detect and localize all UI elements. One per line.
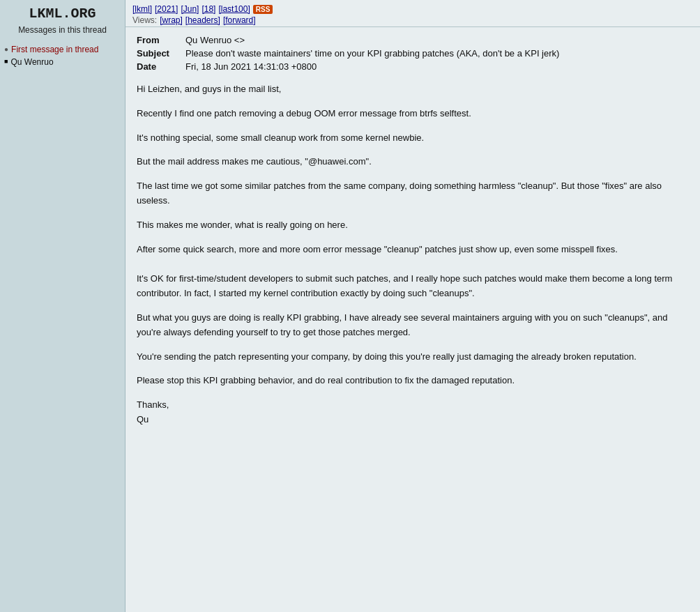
email-paragraph: This makes me wonder, what is really goi… xyxy=(137,218,689,233)
nav-lkml[interactable]: [lkml] xyxy=(132,4,152,14)
sidebar-item-first-message: ● First message in thread xyxy=(4,45,121,54)
bullet-circle: ● xyxy=(4,45,8,53)
sidebar: LKML.ORG Messages in this thread ● First… xyxy=(0,0,125,612)
nav-last100[interactable]: [last100] xyxy=(218,4,250,14)
breadcrumb-row: [lkml] [2021] [Jun] [18] [last100] RSS xyxy=(132,4,693,14)
date-value: Fri, 18 Jun 2021 14:31:03 +0800 xyxy=(185,61,689,72)
top-navigation: [lkml] [2021] [Jun] [18] [last100] RSS V… xyxy=(125,0,700,27)
email-paragraph: Please stop this KPI grabbing behavior, … xyxy=(137,374,689,388)
email-paragraph: You're sending the patch representing yo… xyxy=(137,350,689,365)
view-headers[interactable]: [headers] xyxy=(185,15,220,25)
email-paragraph: But what you guys are doing is really KP… xyxy=(137,311,689,340)
email-paragraph: Recently I find one patch removing a deb… xyxy=(137,107,689,121)
views-row: Views: [wrap] [headers] [forward] xyxy=(132,15,693,25)
email-paragraph: After some quick search, more and more o… xyxy=(137,243,689,257)
header-subject-row: Subject Please don't waste maintainers' … xyxy=(137,47,689,59)
subject-value: Please don't waste maintainers' time on … xyxy=(185,48,689,59)
view-forward[interactable]: [forward] xyxy=(223,15,256,25)
views-label: Views: xyxy=(132,15,157,25)
email-area: From Qu Wenruo <> Subject Please don't w… xyxy=(125,27,700,612)
email-body: Hi Leizhen, and guys in the mail list,Re… xyxy=(137,82,689,427)
header-date-row: Date Fri, 18 Jun 2021 14:31:03 +0800 xyxy=(137,61,689,72)
qu-wenruo-label: Qu Wenruo xyxy=(10,57,53,67)
site-logo[interactable]: LKML.ORG xyxy=(4,6,121,22)
email-spacer xyxy=(137,266,689,272)
email-paragraph: It's nothing special, some small cleanup… xyxy=(137,131,689,146)
view-wrap[interactable]: [wrap] xyxy=(160,15,183,25)
subject-label: Subject xyxy=(137,47,185,59)
nav-18[interactable]: [18] xyxy=(201,4,215,14)
bullet-square: ■ xyxy=(4,58,8,65)
email-paragraph: It's OK for first-time/student developer… xyxy=(137,272,689,301)
first-message-link[interactable]: First message in thread xyxy=(11,45,98,54)
from-value: Qu Wenruo <> xyxy=(185,35,689,45)
email-paragraph: The last time we got some similar patche… xyxy=(137,179,689,208)
email-paragraph: Hi Leizhen, and guys in the mail list, xyxy=(137,82,689,97)
from-label: From xyxy=(137,34,185,46)
email-header: From Qu Wenruo <> Subject Please don't w… xyxy=(137,34,689,72)
sidebar-item-qu-wenruo: ■ Qu Wenruo xyxy=(4,57,121,67)
nav-2021[interactable]: [2021] xyxy=(155,4,178,14)
main-content: [lkml] [2021] [Jun] [18] [last100] RSS V… xyxy=(125,0,700,612)
sidebar-subtitle: Messages in this thread xyxy=(4,24,121,36)
date-label: Date xyxy=(137,61,185,72)
email-paragraph: Thanks, Qu xyxy=(137,398,689,427)
email-paragraph: But the mail address makes me cautious, … xyxy=(137,155,689,169)
rss-badge[interactable]: RSS xyxy=(253,5,273,14)
nav-jun[interactable]: [Jun] xyxy=(181,4,199,14)
header-from-row: From Qu Wenruo <> xyxy=(137,34,689,46)
